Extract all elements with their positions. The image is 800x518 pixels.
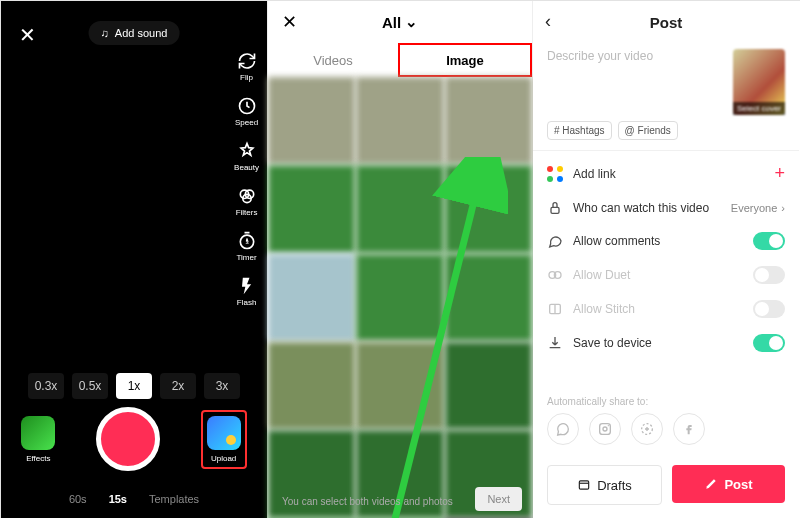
tab-image[interactable]: Image xyxy=(398,43,532,77)
share-row xyxy=(533,413,799,455)
save-label: Save to device xyxy=(573,336,743,350)
share-stories[interactable] xyxy=(631,413,663,445)
plus-icon: + xyxy=(774,163,785,184)
select-cover-label: Select cover xyxy=(733,102,785,115)
speed-icon xyxy=(237,96,257,116)
flip-label: Flip xyxy=(240,73,253,82)
duration-templates[interactable]: Templates xyxy=(149,493,199,505)
media-thumb[interactable] xyxy=(268,342,355,429)
camera-tools: Flip Speed Beauty Filters 3 Timer Flash xyxy=(234,51,259,307)
svg-rect-7 xyxy=(551,207,559,213)
friends-chip[interactable]: @ Friends xyxy=(618,121,678,140)
svg-text:3: 3 xyxy=(245,239,248,245)
flash-icon xyxy=(237,276,257,296)
media-thumb[interactable] xyxy=(268,254,355,341)
media-thumb[interactable] xyxy=(356,342,443,429)
post-button[interactable]: Post xyxy=(672,465,785,503)
speed-tool[interactable]: Speed xyxy=(235,96,258,127)
zoom-1x[interactable]: 1x xyxy=(116,373,152,399)
svg-point-12 xyxy=(603,427,607,431)
effects-label: Effects xyxy=(26,454,50,463)
timer-icon: 3 xyxy=(237,231,257,251)
lock-icon xyxy=(547,200,563,216)
zoom-3x[interactable]: 3x xyxy=(204,373,240,399)
duet-toggle xyxy=(753,266,785,284)
row-duet: Allow Duet xyxy=(533,258,799,292)
duet-label: Allow Duet xyxy=(573,268,743,282)
privacy-value: Everyone xyxy=(731,202,777,214)
beauty-label: Beauty xyxy=(234,163,259,172)
drafts-label: Drafts xyxy=(597,478,632,493)
row-privacy[interactable]: Who can watch this video Everyone› xyxy=(533,192,799,224)
beauty-tool[interactable]: Beauty xyxy=(234,141,259,172)
duration-selector: 60s 15s Templates xyxy=(1,493,267,505)
effects-icon xyxy=(21,416,55,450)
flash-label: Flash xyxy=(237,298,257,307)
album-dropdown[interactable]: All ⌄ xyxy=(382,13,418,31)
next-button[interactable]: Next xyxy=(475,487,522,511)
share-facebook[interactable] xyxy=(673,413,705,445)
hashtags-chip[interactable]: # Hashtags xyxy=(547,121,612,140)
chevron-right-icon: › xyxy=(781,202,785,214)
svg-point-13 xyxy=(608,425,609,426)
instagram-icon xyxy=(597,421,613,437)
comments-label: Allow comments xyxy=(573,234,743,248)
filters-label: Filters xyxy=(236,208,258,217)
timer-label: Timer xyxy=(236,253,256,262)
beauty-icon xyxy=(237,141,257,161)
description-input[interactable]: Describe your video xyxy=(547,49,723,115)
speed-label: Speed xyxy=(235,118,258,127)
zoom-2x[interactable]: 2x xyxy=(160,373,196,399)
flash-tool[interactable]: Flash xyxy=(237,276,257,307)
close-icon[interactable]: ✕ xyxy=(282,11,297,33)
upload-icon xyxy=(207,416,241,450)
drafts-button[interactable]: Drafts xyxy=(547,465,662,505)
comment-icon xyxy=(547,233,563,249)
row-stitch: Allow Stitch xyxy=(533,292,799,326)
comments-toggle[interactable] xyxy=(753,232,785,250)
media-thumb[interactable] xyxy=(268,77,355,164)
zoom-0-3x[interactable]: 0.3x xyxy=(28,373,64,399)
upload-button[interactable]: Upload xyxy=(207,416,241,463)
close-icon[interactable]: ✕ xyxy=(19,23,36,47)
tab-videos[interactable]: Videos xyxy=(268,43,398,77)
select-cover-button[interactable]: Select cover xyxy=(733,49,785,115)
duet-icon xyxy=(547,267,563,283)
media-thumb[interactable] xyxy=(356,254,443,341)
zoom-0-5x[interactable]: 0.5x xyxy=(72,373,108,399)
upload-label: Upload xyxy=(211,454,236,463)
share-whatsapp[interactable] xyxy=(547,413,579,445)
gallery-hint: You can select both videos and photos xyxy=(282,496,453,507)
add-sound-button[interactable]: ♫ Add sound xyxy=(89,21,180,45)
add-sound-label: Add sound xyxy=(115,27,168,39)
media-thumb[interactable] xyxy=(445,254,532,341)
duration-15s[interactable]: 15s xyxy=(109,493,127,505)
media-grid xyxy=(268,77,532,518)
effects-button[interactable]: Effects xyxy=(21,416,55,463)
camera-screen: ✕ ♫ Add sound Flip Speed Beauty Filters xyxy=(1,1,267,518)
row-add-link[interactable]: Add link + xyxy=(533,155,799,192)
media-thumb[interactable] xyxy=(445,165,532,252)
media-thumb[interactable] xyxy=(356,165,443,252)
add-link-label: Add link xyxy=(573,167,764,181)
link-icon xyxy=(547,166,563,182)
back-icon[interactable]: ‹ xyxy=(545,11,551,32)
duration-60s[interactable]: 60s xyxy=(69,493,87,505)
post-screen: ‹ Post Describe your video Select cover … xyxy=(533,1,799,518)
flip-tool[interactable]: Flip xyxy=(237,51,257,82)
media-thumb[interactable] xyxy=(445,342,532,429)
row-save: Save to device xyxy=(533,326,799,360)
stitch-icon xyxy=(547,301,563,317)
post-icon xyxy=(704,477,718,491)
save-toggle[interactable] xyxy=(753,334,785,352)
record-button[interactable] xyxy=(96,407,160,471)
media-thumb[interactable] xyxy=(445,77,532,164)
share-label: Automatically share to: xyxy=(533,378,799,413)
media-thumb[interactable] xyxy=(356,77,443,164)
facebook-icon xyxy=(681,421,697,437)
timer-tool[interactable]: 3 Timer xyxy=(236,231,256,262)
filters-tool[interactable]: Filters xyxy=(236,186,258,217)
media-thumb[interactable] xyxy=(268,165,355,252)
post-button-label: Post xyxy=(724,477,752,492)
share-instagram[interactable] xyxy=(589,413,621,445)
